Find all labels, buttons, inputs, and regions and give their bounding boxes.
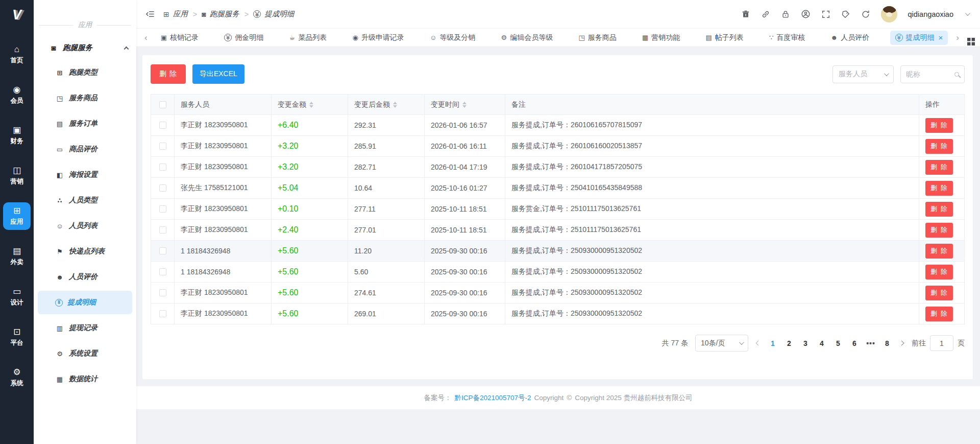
rail-item-label: 平台 bbox=[11, 339, 23, 347]
sidebar-item[interactable]: ▥ 提现记录 bbox=[34, 316, 132, 340]
row-checkbox[interactable] bbox=[159, 268, 166, 275]
rail-item[interactable]: ⌂ 首页 bbox=[3, 41, 31, 68]
sidebar-item[interactable]: ◧ 海报设置 bbox=[34, 163, 132, 186]
row-delete-button[interactable]: 删 除 bbox=[925, 139, 953, 154]
tab[interactable]: ▣ 核销记录 bbox=[156, 31, 204, 45]
row-checkbox[interactable] bbox=[159, 226, 166, 233]
sidebar-item[interactable]: ☺ 人员列表 bbox=[34, 214, 132, 238]
row-checkbox[interactable] bbox=[159, 163, 166, 171]
delete-button[interactable]: 删 除 bbox=[151, 64, 186, 84]
row-checkbox[interactable] bbox=[159, 205, 166, 213]
page-number[interactable]: 5 bbox=[831, 336, 845, 350]
column-header-sortable[interactable]: 变更后金额 bbox=[348, 95, 425, 115]
tab[interactable]: ◉ 升级申请记录 bbox=[347, 31, 409, 45]
row-delete-button[interactable]: 删 除 bbox=[925, 202, 953, 217]
tabs-scroll-right-icon[interactable]: › bbox=[955, 33, 960, 42]
tab[interactable]: ☺ 等级及分销 bbox=[425, 31, 480, 45]
page-number[interactable]: 2 bbox=[782, 336, 796, 350]
sort-icon[interactable] bbox=[309, 102, 313, 108]
row-delete-button[interactable]: 删 除 bbox=[925, 223, 953, 238]
tab[interactable]: ☻ 人员评价 bbox=[826, 31, 875, 45]
row-delete-button[interactable]: 删 除 bbox=[925, 118, 953, 133]
column-header-sortable[interactable]: 变更金额 bbox=[272, 95, 348, 115]
tab[interactable]: ¥ 提成明细 bbox=[890, 31, 948, 45]
fullscreen-icon[interactable] bbox=[821, 10, 830, 19]
rail-item[interactable]: ⊞ 应用 bbox=[3, 202, 31, 230]
breadcrumb-item[interactable]: ⊞ 应用 bbox=[163, 9, 188, 19]
rail-item[interactable]: ⊡ 平台 bbox=[3, 323, 31, 351]
sidebar-collapse-icon[interactable] bbox=[145, 9, 155, 19]
refresh-icon[interactable] bbox=[861, 10, 870, 19]
icp-link[interactable]: 黔ICP备2021005707号-2 bbox=[454, 393, 531, 403]
page-size-select[interactable]: 10条/页 bbox=[695, 335, 748, 352]
tab[interactable]: ▤ 帖子列表 bbox=[701, 31, 749, 45]
tab[interactable]: ◳ 服务商品 bbox=[573, 31, 621, 45]
sidebar-item[interactable]: ⚙ 系统设置 bbox=[34, 342, 132, 365]
rail-item[interactable]: ▭ 设计 bbox=[3, 283, 31, 311]
export-excel-button[interactable]: 导出EXCEL bbox=[192, 64, 244, 84]
sidebar-item[interactable]: ▭ 商品评价 bbox=[34, 137, 132, 161]
row-delete-button[interactable]: 删 除 bbox=[925, 286, 953, 300]
row-checkbox[interactable] bbox=[159, 143, 166, 150]
page-number[interactable]: 6 bbox=[848, 336, 861, 350]
tab[interactable]: ▦ 营销功能 bbox=[637, 31, 685, 45]
profile-icon[interactable] bbox=[801, 9, 811, 19]
row-delete-button[interactable]: 删 除 bbox=[925, 307, 953, 321]
prev-page-icon[interactable] bbox=[756, 341, 761, 346]
breadcrumb-item[interactable]: ¥ 提成明细 bbox=[244, 9, 294, 19]
tab-close-icon[interactable] bbox=[939, 34, 943, 41]
next-page-icon[interactable] bbox=[899, 341, 904, 346]
rail-item[interactable]: ▤ 外卖 bbox=[3, 243, 31, 270]
page-number[interactable]: 4 bbox=[815, 336, 828, 350]
select-all-checkbox[interactable] bbox=[159, 101, 166, 108]
search-icon[interactable] bbox=[954, 72, 959, 77]
page-number[interactable]: 8 bbox=[880, 336, 894, 350]
sidebar-item[interactable]: ▤ 服务订单 bbox=[34, 112, 132, 135]
sidebar-item[interactable]: ⊞ 跑腿类型 bbox=[34, 61, 132, 84]
row-delete-button[interactable]: 删 除 bbox=[925, 244, 953, 259]
rail-item[interactable]: ◉ 会员 bbox=[3, 81, 31, 109]
column-header-sortable[interactable]: 变更时间 bbox=[425, 95, 505, 115]
row-checkbox[interactable] bbox=[159, 122, 166, 129]
goto-page-input[interactable] bbox=[930, 335, 953, 351]
sidebar-item[interactable]: ¥ 提成明细 bbox=[38, 291, 132, 314]
breadcrumb-item[interactable]: ◙ 跑腿服务 bbox=[193, 9, 239, 19]
sort-icon[interactable] bbox=[462, 102, 467, 108]
lock-icon[interactable] bbox=[781, 10, 790, 19]
sidebar-item[interactable]: ∴ 人员类型 bbox=[34, 189, 132, 212]
rail-item[interactable]: ◫ 营销 bbox=[3, 162, 31, 190]
page-number[interactable]: 1 bbox=[766, 336, 779, 350]
tab[interactable]: ☕ 菜品列表 bbox=[284, 31, 332, 45]
sidebar-group-paotui[interactable]: ◙ 跑腿服务 bbox=[34, 37, 136, 59]
sidebar-item[interactable]: ⚑ 快递点列表 bbox=[34, 240, 132, 263]
row-checkbox[interactable] bbox=[159, 310, 166, 317]
sidebar-item[interactable]: ☻ 人员评价 bbox=[34, 265, 132, 289]
tab[interactable]: ⚙ 编辑会员等级 bbox=[496, 31, 558, 45]
sidebar-item[interactable]: ▦ 数据统计 bbox=[34, 367, 132, 391]
nickname-input[interactable] bbox=[906, 70, 951, 78]
page-number[interactable]: ••• bbox=[864, 336, 877, 350]
row-checkbox[interactable] bbox=[159, 184, 166, 192]
rail-item[interactable]: ⚙ 系统 bbox=[3, 364, 31, 391]
staff-select[interactable]: 服务人员 bbox=[832, 65, 894, 83]
tab[interactable]: ¥ 佣金明细 bbox=[219, 31, 268, 45]
row-delete-button[interactable]: 删 除 bbox=[925, 265, 953, 279]
row-checkbox[interactable] bbox=[159, 289, 166, 296]
tab-options-grid-icon[interactable] bbox=[967, 38, 975, 45]
sidebar-item[interactable]: ◳ 服务商品 bbox=[34, 86, 132, 110]
tag-icon[interactable] bbox=[841, 10, 850, 19]
app-logo[interactable]: V bbox=[12, 0, 21, 30]
row-delete-button[interactable]: 删 除 bbox=[925, 181, 953, 196]
page-number[interactable]: 3 bbox=[799, 336, 812, 350]
tab[interactable]: ∵ 百度审核 bbox=[764, 31, 810, 45]
link-icon[interactable] bbox=[761, 10, 770, 19]
row-delete-button[interactable]: 删 除 bbox=[925, 160, 953, 175]
row-checkbox[interactable] bbox=[159, 247, 166, 254]
rail-item[interactable]: ▣ 财务 bbox=[3, 122, 31, 149]
sort-icon[interactable] bbox=[393, 102, 397, 108]
tabs-scroll-left-icon[interactable]: ‹ bbox=[143, 33, 149, 42]
avatar[interactable] bbox=[881, 6, 897, 22]
username[interactable]: qidiangaoxiao bbox=[908, 10, 954, 18]
trash-icon[interactable] bbox=[741, 10, 750, 19]
chevron-down-icon[interactable] bbox=[965, 11, 970, 16]
